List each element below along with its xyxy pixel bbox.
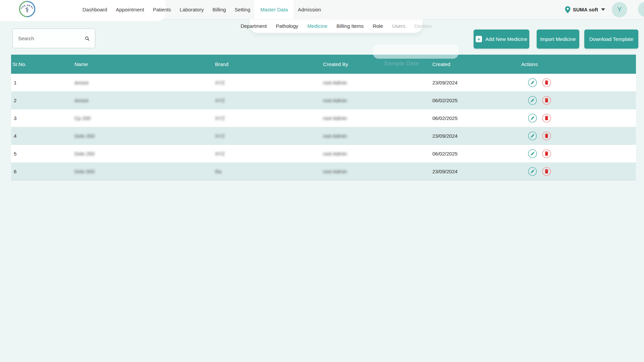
download-template-button[interactable]: Download Template xyxy=(584,29,638,49)
cell-created-by: root Admin xyxy=(322,115,431,121)
table-row: 4 Dolo 250 XYZ root Admin 23/09/2024 xyxy=(11,127,636,145)
edit-pencil-icon[interactable] xyxy=(528,96,537,105)
tab-pathology[interactable]: Pathology xyxy=(276,23,299,29)
table-row: 3 Cp 200 XYZ root Admin 06/02/2025 xyxy=(11,109,636,127)
medicine-table: Sr.No. Name Brand Created By Created Act… xyxy=(11,55,636,180)
cell-created: 06/02/2025 xyxy=(431,98,520,103)
edit-pencil-icon[interactable] xyxy=(528,149,537,158)
nav-item-admission[interactable]: Admission xyxy=(293,0,325,19)
delete-trash-icon[interactable] xyxy=(542,96,551,105)
cell-created-by: root Admin xyxy=(322,80,431,85)
main-nav: Dashboard Appointment Patients Laborator… xyxy=(78,0,325,19)
cell-brand: XYZ xyxy=(214,115,322,121)
col-header-srno: Sr.No. xyxy=(11,61,73,67)
table-header-row: Sr.No. Name Brand Created By Created Act… xyxy=(11,55,636,74)
add-new-medicine-button[interactable]: + Add New Medicine xyxy=(474,29,529,49)
table-row: 1 Amoxi XYZ root Admin 23/09/2024 xyxy=(11,74,636,92)
tab-medicine[interactable]: Medicine xyxy=(307,23,327,29)
delete-trash-icon[interactable] xyxy=(542,167,551,176)
master-data-tabs: Department Pathology Medicine Billing It… xyxy=(250,19,423,33)
cell-created-by: root Admin xyxy=(322,98,431,103)
cell-brand: Ra xyxy=(214,169,322,174)
cell-srno: 1 xyxy=(11,80,73,85)
col-header-created: Created xyxy=(431,61,520,67)
table-row: 6 Dolo 500 Ra root Admin 23/09/2024 xyxy=(11,163,636,180)
location-pin-icon xyxy=(565,6,571,13)
cell-brand: XYZ xyxy=(214,80,322,85)
delete-trash-icon[interactable] xyxy=(542,149,551,158)
cell-created-by: root Admin xyxy=(322,133,431,139)
search-input[interactable] xyxy=(18,36,85,41)
col-header-actions: Actions xyxy=(520,61,636,67)
svg-text:⚕: ⚕ xyxy=(25,6,29,14)
plus-icon: + xyxy=(476,36,482,42)
col-header-name: Name xyxy=(73,61,214,67)
edit-pencil-icon[interactable] xyxy=(528,167,537,176)
cell-srno: 3 xyxy=(11,115,73,121)
cell-srno: 6 xyxy=(11,169,73,174)
nav-item-setting[interactable]: Setting xyxy=(230,0,255,19)
edit-pencil-icon[interactable] xyxy=(528,78,537,87)
edit-pencil-icon[interactable] xyxy=(528,114,537,123)
nav-right-cluster: SUMA soft Y xyxy=(565,0,627,19)
cell-srno: 5 xyxy=(11,151,73,157)
cell-created: 06/02/2025 xyxy=(431,115,520,121)
tab-doctors[interactable]: Doctors xyxy=(414,23,432,29)
import-medicine-label: Import Medicine xyxy=(540,36,576,42)
cell-created: 23/09/2024 xyxy=(431,80,520,85)
cell-created-by: root Admin xyxy=(322,169,431,174)
cell-created-by: root Admin xyxy=(322,151,431,157)
sample-date-watermark: Sample Date xyxy=(384,60,419,67)
cell-srno: 2 xyxy=(11,98,73,103)
cell-name: Dolo 250 xyxy=(73,133,214,139)
search-icon xyxy=(85,35,90,42)
top-navbar: EKTOS HEALTH ⚕ Dashboard Appointment Pat… xyxy=(0,0,644,19)
cell-brand: XYZ xyxy=(214,133,322,139)
nav-item-dashboard[interactable]: Dashboard xyxy=(78,0,111,19)
download-template-label: Download Template xyxy=(589,36,633,42)
delete-trash-icon[interactable] xyxy=(542,131,551,140)
cell-brand: XYZ xyxy=(214,98,322,103)
nav-item-billing[interactable]: Billing xyxy=(208,0,230,19)
search-box xyxy=(12,28,95,48)
logo-caduceus-icon: EKTOS HEALTH ⚕ xyxy=(18,0,36,18)
cell-created: 06/02/2025 xyxy=(431,151,520,157)
cell-actions xyxy=(520,167,636,176)
import-medicine-button[interactable]: Import Medicine xyxy=(537,29,579,49)
tab-users[interactable]: Users xyxy=(392,23,405,29)
table-row: 5 Dolo 250 XYZ root Admin 06/02/2025 xyxy=(11,145,636,163)
delete-trash-icon[interactable] xyxy=(542,114,551,123)
location-name: SUMA soft xyxy=(573,7,598,12)
tab-role[interactable]: Role xyxy=(373,23,383,29)
col-header-brand: Brand xyxy=(214,61,322,67)
caret-down-icon xyxy=(601,8,605,11)
cell-name: Amoxi xyxy=(73,80,214,85)
sample-card xyxy=(373,45,459,59)
add-new-medicine-label: Add New Medicine xyxy=(485,36,527,42)
cell-actions xyxy=(520,131,636,140)
cell-name: Dolo 500 xyxy=(73,169,214,174)
cell-name: Cp 200 xyxy=(73,115,214,121)
nav-item-master-data[interactable]: Master Data xyxy=(255,0,293,19)
cell-actions xyxy=(520,114,636,123)
nav-item-appointment[interactable]: Appointment xyxy=(111,0,148,19)
cell-actions xyxy=(520,149,636,158)
user-avatar[interactable]: Y xyxy=(612,2,627,17)
delete-trash-icon[interactable] xyxy=(542,78,551,87)
cell-actions xyxy=(520,78,636,87)
cell-created: 23/09/2024 xyxy=(431,169,520,174)
cell-created: 23/09/2024 xyxy=(431,133,520,139)
tab-department[interactable]: Department xyxy=(240,23,267,29)
cell-name: Dolo 250 xyxy=(73,151,214,157)
table-row: 2 Amoxi XYZ root Admin 06/02/2025 xyxy=(11,92,636,109)
nav-item-patients[interactable]: Patients xyxy=(149,0,175,19)
cell-brand: XYZ xyxy=(214,151,322,157)
cell-srno: 4 xyxy=(11,133,73,139)
location-selector[interactable]: SUMA soft xyxy=(565,6,605,13)
cell-name: Amoxi xyxy=(73,98,214,103)
app-logo[interactable]: EKTOS HEALTH ⚕ xyxy=(18,0,36,18)
edit-pencil-icon[interactable] xyxy=(528,131,537,140)
nav-item-laboratory[interactable]: Laboratory xyxy=(175,0,208,19)
tab-billing-items[interactable]: Billing Items xyxy=(336,23,364,29)
cell-actions xyxy=(520,96,636,105)
